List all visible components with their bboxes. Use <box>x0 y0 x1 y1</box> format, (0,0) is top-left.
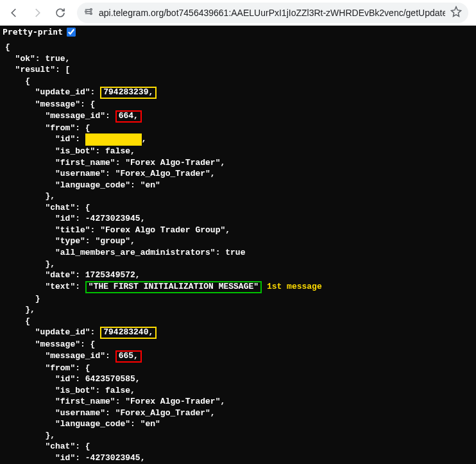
svg-rect-0 <box>85 9 90 10</box>
first-message-annot: 1st message <box>267 282 322 291</box>
svg-rect-1 <box>87 11 92 12</box>
svg-rect-2 <box>85 13 90 13</box>
redacted-from-id: 0000000000 <box>85 133 142 146</box>
url-text: api.telegram.org/bot7456439661:AAELUurPx… <box>99 8 445 18</box>
bookmark-button[interactable] <box>450 6 462 19</box>
url-bar[interactable]: api.telegram.org/bot7456439661:AAELUurPx… <box>77 3 468 23</box>
star-icon <box>450 6 462 17</box>
message-id-0: 664, <box>115 110 142 123</box>
reload-icon <box>55 7 66 19</box>
pretty-print-label: Pretty-print <box>3 27 63 37</box>
pretty-print-checkbox[interactable] <box>67 28 76 37</box>
reload-button[interactable] <box>50 3 71 23</box>
site-settings-icon[interactable] <box>83 6 94 19</box>
forward-button[interactable] <box>27 3 47 23</box>
svg-point-5 <box>90 13 92 15</box>
back-button[interactable] <box>4 3 24 23</box>
svg-point-3 <box>90 8 92 10</box>
json-body: { "ok": true, "result": [ { "update_id":… <box>0 38 476 464</box>
update-id-1: 794283240, <box>100 327 157 339</box>
arrow-left-icon <box>8 7 20 19</box>
update-id-0: 794283239, <box>100 87 157 99</box>
svg-point-4 <box>85 10 87 12</box>
message-id-1: 665, <box>115 350 142 363</box>
text-0: "THE FIRST INITIALIZATION MESSAGE" <box>85 281 262 293</box>
browser-toolbar: api.telegram.org/bot7456439661:AAELUurPx… <box>0 0 476 26</box>
arrow-right-icon <box>31 7 43 19</box>
pretty-print-bar: Pretty-print <box>0 26 476 38</box>
